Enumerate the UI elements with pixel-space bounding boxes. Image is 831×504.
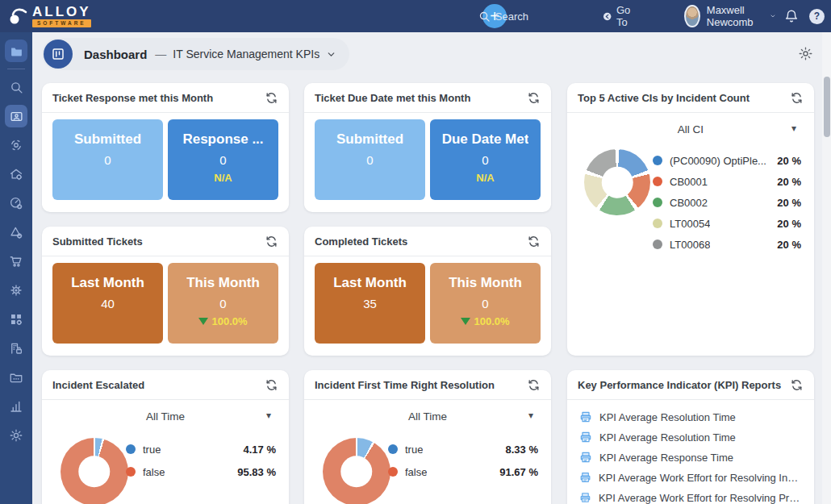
stat-tile-last-month: Last Month 40	[52, 263, 163, 344]
dial-gear-icon	[9, 196, 23, 210]
legend-item: CB0001 20 %	[653, 174, 801, 189]
decrease-arrow-icon	[461, 318, 470, 325]
legend-dot	[653, 240, 662, 249]
ci-filter-dropdown[interactable]: All CI ▾	[567, 123, 814, 135]
sidebar-item-service-catalog[interactable]	[5, 192, 27, 215]
sidebar-item-settings[interactable]	[5, 424, 27, 447]
refresh-button[interactable]	[265, 91, 278, 105]
dashboard-name: IT Service Management KPIs	[173, 48, 319, 60]
goto-icon	[603, 10, 612, 23]
alloy-logo[interactable]: ALLOY SOFTWARE	[8, 5, 91, 27]
legend-dot	[126, 444, 136, 454]
avatar	[684, 5, 700, 27]
card-title: Top 5 Active CIs by Incident Count	[578, 92, 750, 104]
card-title: Ticket Due Date met this Month	[315, 92, 470, 104]
incident-ftr-donut-chart	[323, 438, 390, 504]
card-submitted-tickets: Submitted Tickets Last Month 40 This Mon…	[42, 227, 289, 356]
top-cis-donut-chart	[584, 149, 650, 215]
sidebar-divider	[7, 69, 25, 69]
scrollbar-thumb[interactable]	[824, 77, 830, 137]
na-badge: N/A	[476, 172, 494, 184]
sidebar-item-documents[interactable]	[5, 40, 27, 62]
gear-icon	[798, 46, 813, 61]
goto-label: Go To	[616, 4, 635, 28]
kpi-report-link[interactable]: KPI Average Resolution Time	[579, 410, 803, 424]
sidebar-item-software-bug[interactable]	[5, 279, 27, 302]
notifications-button[interactable]	[784, 9, 799, 23]
card-title: Submitted Tickets	[52, 235, 143, 248]
card-ticket-due-date: Ticket Due Date met this Month Submitted…	[304, 83, 551, 212]
stat-tile-this-month: This Month 0 100.0%	[430, 263, 541, 344]
sidebar-item-asset-management[interactable]	[5, 134, 27, 156]
legend-dot	[126, 467, 136, 477]
dashboard-selector[interactable]: Dashboard — IT Service Management KPIs	[42, 38, 349, 70]
card-incident-ftr: Incident First Time Right Resolution All…	[304, 370, 551, 504]
report-icon	[579, 491, 591, 504]
incident-ftr-legend: true 8.33 % false 91.67 %	[388, 442, 538, 479]
folder-archive-icon	[9, 370, 23, 385]
card-incident-escalated: Incident Escalated All Time ▾ true 4.17 …	[42, 370, 289, 504]
help-button[interactable]: ?	[809, 9, 825, 24]
report-icon	[579, 410, 592, 423]
sidebar-item-change-management[interactable]	[5, 221, 27, 244]
sidebar-item-projects[interactable]	[5, 366, 27, 389]
delta-badge: 100.0%	[461, 315, 509, 327]
grid-gear-icon	[9, 312, 23, 327]
kpi-report-link[interactable]: KPI Average Resolution Time	[579, 430, 803, 444]
sidebar-item-service-desk[interactable]	[5, 105, 27, 127]
chevron-down-icon: ▾	[528, 410, 533, 421]
card-kpi-reports: Key Performance Indicator (KPI) Reports …	[567, 370, 814, 504]
user-name: Maxwell Newcomb	[707, 4, 763, 28]
report-icon	[579, 431, 592, 444]
chevron-down-icon	[770, 11, 776, 21]
scrollbar-track[interactable]	[822, 32, 831, 504]
card-title: Incident First Time Right Resolution	[315, 379, 495, 391]
refresh-button[interactable]	[265, 235, 278, 248]
gear-icon	[9, 428, 23, 443]
refresh-button[interactable]	[790, 91, 804, 105]
refresh-button[interactable]	[790, 378, 804, 392]
sidebar-item-search[interactable]	[5, 76, 27, 98]
na-badge: N/A	[214, 172, 232, 184]
sidebar-item-purchasing[interactable]	[5, 250, 27, 273]
dashboard-icon	[44, 40, 73, 69]
refresh-button[interactable]	[527, 91, 541, 105]
gear-sync-icon	[9, 138, 23, 152]
title-separator: —	[155, 48, 166, 60]
brand-sub: SOFTWARE	[32, 19, 91, 27]
stat-tile-last-month: Last Month 35	[315, 263, 425, 344]
kpi-report-link[interactable]: KPI Average Work Effort for Resolving Pr…	[579, 490, 803, 504]
user-menu[interactable]: Maxwell Newcomb	[684, 4, 776, 28]
sidebar	[0, 32, 32, 504]
legend-dot	[653, 177, 662, 186]
legend-item: true 8.33 %	[388, 442, 538, 456]
legend-item: true 4.17 %	[126, 442, 276, 456]
search-icon	[478, 10, 491, 23]
refresh-button[interactable]	[265, 378, 278, 392]
dashboard-settings-button[interactable]	[798, 46, 813, 61]
refresh-button[interactable]	[527, 378, 541, 392]
search-button[interactable]: Search	[478, 10, 528, 23]
ticket-icon	[10, 110, 23, 123]
cart-icon	[9, 254, 23, 269]
search-icon	[10, 81, 23, 94]
report-icon	[579, 471, 591, 484]
goto-button[interactable]: Go To	[603, 4, 635, 28]
kpi-report-link[interactable]: KPI Average Work Effort for Resolving In…	[579, 470, 803, 485]
time-filter-dropdown[interactable]: All Time ▾	[304, 410, 551, 423]
time-filter-dropdown[interactable]: All Time ▾	[42, 410, 289, 423]
sidebar-item-organization-security[interactable]	[5, 337, 27, 360]
refresh-button[interactable]	[527, 235, 541, 248]
legend-dot	[388, 467, 398, 477]
bug-icon	[9, 283, 23, 298]
chevron-down-icon	[326, 49, 336, 60]
sidebar-item-reports[interactable]	[5, 395, 27, 418]
decrease-arrow-icon	[198, 318, 208, 325]
bar-chart-icon	[9, 399, 23, 414]
sidebar-item-software-assets[interactable]	[5, 308, 27, 331]
kpi-report-link[interactable]: KPI Average Response Time	[579, 450, 803, 464]
sidebar-item-infrastructure[interactable]	[5, 163, 27, 185]
card-completed-tickets: Completed Tickets Last Month 35 This Mon…	[304, 227, 551, 356]
card-title: Completed Tickets	[315, 235, 407, 248]
page-title: Dashboard	[84, 48, 147, 61]
